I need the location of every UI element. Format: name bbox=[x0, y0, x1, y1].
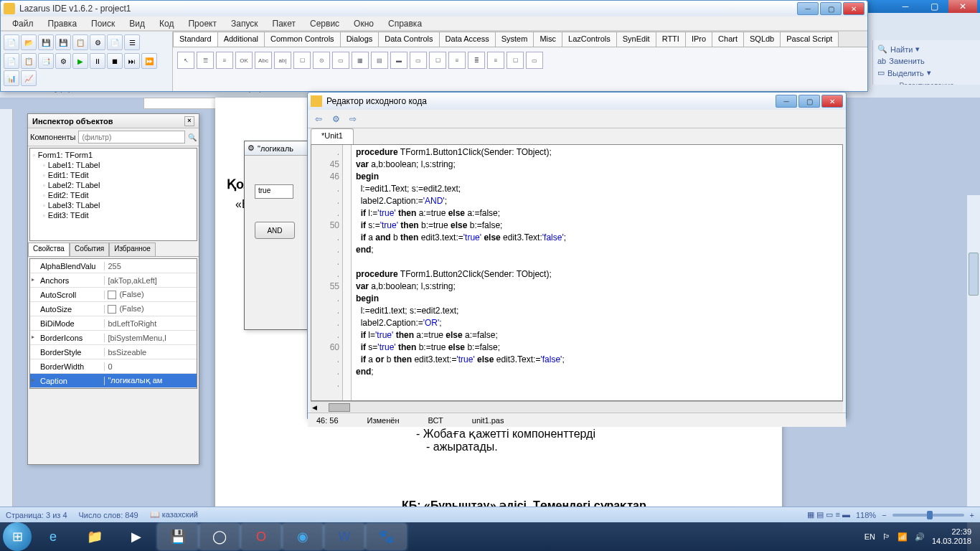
task-media[interactable]: ▶ bbox=[116, 524, 156, 550]
component-filter[interactable] bbox=[78, 131, 185, 143]
menu-Запуск[interactable]: Запуск bbox=[225, 17, 264, 30]
src-maximize[interactable]: ▢ bbox=[798, 95, 820, 108]
palette-tab-ipro[interactable]: IPro bbox=[685, 32, 712, 47]
zoom-label[interactable]: 118% bbox=[856, 511, 876, 519]
toolbtn-6[interactable]: 📄 bbox=[107, 34, 123, 50]
toolbtn-18[interactable]: 📊 bbox=[4, 70, 19, 86]
prop-Caption[interactable]: Caption"логикалық ам bbox=[30, 374, 197, 388]
tray-lang[interactable]: EN bbox=[864, 532, 875, 541]
inspector-title[interactable]: Инспектор объектов × bbox=[28, 114, 199, 128]
select-button[interactable]: ▭ Выделить ▾ bbox=[876, 67, 977, 79]
palette-comp-13[interactable]: ☐ bbox=[429, 52, 446, 69]
prop-BorderWidth[interactable]: BorderWidth0 bbox=[30, 359, 197, 374]
palette-tab-standard[interactable]: Standard bbox=[173, 32, 218, 47]
palette-comp-9[interactable]: ▦ bbox=[352, 52, 369, 69]
property-grid[interactable]: AlphaBlendValu255Anchors[akTop,akLeft]Au… bbox=[29, 258, 197, 389]
code-text[interactable]: procedure TForm1.Button1Click(Sender: TO… bbox=[352, 145, 842, 400]
palette-tab-dataaccess[interactable]: Data Access bbox=[439, 32, 496, 47]
tree-item[interactable]: Edit1: TEdit bbox=[32, 170, 195, 180]
palette-comp-5[interactable]: ab| bbox=[274, 52, 291, 69]
system-tray[interactable]: EN 🏳 📶 🔊 22:39 14.03.2018 bbox=[864, 527, 977, 546]
tray-flag-icon[interactable]: 🏳 bbox=[882, 532, 890, 541]
inspector-pin-icon[interactable]: × bbox=[184, 116, 194, 126]
tree-item[interactable]: Label1: TLabel bbox=[32, 160, 195, 170]
toolbtn-16[interactable]: ⏭ bbox=[124, 53, 140, 69]
form-title[interactable]: ⚙ "логикаль bbox=[245, 141, 308, 156]
toolbtn-1[interactable]: 📂 bbox=[21, 34, 37, 50]
palette-comp-2[interactable]: ≡ bbox=[216, 52, 233, 69]
insp-tab-2[interactable]: Избранное bbox=[109, 242, 156, 256]
prop-AutoSize[interactable]: AutoSize(False) bbox=[30, 302, 197, 316]
palette-comp-15[interactable]: ≣ bbox=[468, 52, 485, 69]
toolbtn-3[interactable]: 💾 bbox=[55, 34, 71, 50]
palette-comp-16[interactable]: ≡ bbox=[487, 52, 504, 69]
palette-tab-chart[interactable]: Chart bbox=[712, 32, 744, 47]
palette-comp-8[interactable]: ▭ bbox=[332, 52, 349, 69]
palette-tab-commoncontrols[interactable]: Common Controls bbox=[264, 32, 341, 47]
source-titlebar[interactable]: Редактор исходного кода ─ ▢ ✕ bbox=[308, 93, 846, 110]
task-word[interactable]: W bbox=[324, 524, 364, 550]
palette-comp-4[interactable]: Abc bbox=[255, 52, 272, 69]
nav-fwd-icon[interactable]: ⚙ bbox=[329, 113, 342, 126]
tray-net-icon[interactable]: 📶 bbox=[897, 532, 908, 542]
status-page[interactable]: Страница: 3 из 4 bbox=[6, 511, 67, 519]
edit-control[interactable]: true bbox=[255, 184, 293, 199]
palette-tab-lazcontrols[interactable]: LazControls bbox=[562, 32, 617, 47]
menu-Код[interactable]: Код bbox=[154, 17, 179, 30]
palette-tab-dialogs[interactable]: Dialogs bbox=[340, 32, 380, 47]
toolbtn-13[interactable]: ▶ bbox=[72, 53, 88, 69]
toolbtn-15[interactable]: ⏹ bbox=[107, 53, 123, 69]
menu-Проект[interactable]: Проект bbox=[182, 17, 222, 30]
nav-back-icon[interactable]: ⇦ bbox=[312, 113, 325, 126]
prop-BorderStyle[interactable]: BorderStylebsSizeable bbox=[30, 345, 197, 359]
word-minimize[interactable]: ─ bbox=[891, 0, 920, 13]
tree-item[interactable]: Edit2: TEdit bbox=[32, 190, 195, 200]
task-opera[interactable]: O bbox=[241, 524, 281, 550]
form-canvas[interactable]: true AND bbox=[245, 156, 308, 328]
zoom-out[interactable]: − bbox=[882, 511, 886, 519]
prop-BorderIcons[interactable]: BorderIcons[biSystemMenu,l bbox=[30, 331, 197, 345]
status-words[interactable]: Число слов: 849 bbox=[79, 511, 138, 519]
task-torrent[interactable]: ◉ bbox=[283, 524, 323, 550]
palette-comp-18[interactable]: ▭ bbox=[526, 52, 543, 69]
toolbtn-7[interactable]: ☰ bbox=[124, 34, 140, 50]
word-close[interactable]: ✕ bbox=[948, 0, 977, 13]
fold-gutter[interactable] bbox=[343, 145, 352, 400]
prop-Anchors[interactable]: Anchors[akTop,akLeft] bbox=[30, 273, 197, 288]
start-button[interactable]: ⊞ bbox=[3, 522, 32, 551]
toolbtn-5[interactable]: ⚙ bbox=[90, 34, 105, 50]
palette-tab-system[interactable]: System bbox=[495, 32, 534, 47]
menu-Сервис[interactable]: Сервис bbox=[304, 17, 345, 30]
toolbtn-10[interactable]: 📋 bbox=[21, 53, 37, 69]
word-maximize[interactable]: ▢ bbox=[920, 0, 948, 13]
code-area[interactable]: .4546...50....55....60... procedure TFor… bbox=[311, 144, 843, 401]
menu-Правка[interactable]: Правка bbox=[42, 17, 83, 30]
word-vscroll[interactable] bbox=[967, 195, 980, 551]
tree-item[interactable]: Form1: TForm1 bbox=[32, 150, 195, 160]
menu-Поиск[interactable]: Поиск bbox=[85, 17, 121, 30]
status-lang[interactable]: 📖 казахский bbox=[150, 510, 198, 519]
toolbtn-12[interactable]: ⚙ bbox=[55, 53, 71, 69]
menu-Файл[interactable]: Файл bbox=[6, 17, 39, 30]
source-tab-unit1[interactable]: *Unit1 bbox=[311, 128, 354, 144]
palette-tab-misc[interactable]: Misc bbox=[533, 32, 562, 47]
toolbtn-11[interactable]: 📑 bbox=[38, 53, 54, 69]
task-lazarus[interactable]: 🐾 bbox=[366, 524, 406, 550]
src-minimize[interactable]: ─ bbox=[776, 95, 797, 108]
tray-vol-icon[interactable]: 🔊 bbox=[915, 532, 925, 542]
filter-clear-icon[interactable]: 🔍 bbox=[188, 133, 197, 141]
toolbtn-0[interactable]: 📄 bbox=[4, 34, 19, 50]
menu-Окно[interactable]: Окно bbox=[348, 17, 380, 30]
palette-tab-synedit[interactable]: SynEdit bbox=[616, 32, 656, 47]
prop-AlphaBlendValu[interactable]: AlphaBlendValu255 bbox=[30, 259, 197, 273]
toolbtn-19[interactable]: 📈 bbox=[21, 70, 37, 86]
insp-tab-0[interactable]: Свойства bbox=[28, 242, 70, 256]
toolbtn-9[interactable]: 📄 bbox=[4, 53, 19, 69]
prop-AutoScroll[interactable]: AutoScroll(False) bbox=[30, 288, 197, 302]
src-close[interactable]: ✕ bbox=[821, 95, 843, 108]
palette-comp-12[interactable]: ▭ bbox=[410, 52, 427, 69]
task-chrome[interactable]: ◯ bbox=[199, 524, 240, 550]
palette-tab-sqldb[interactable]: SQLdb bbox=[743, 32, 781, 47]
toolbtn-14[interactable]: ⏸ bbox=[90, 53, 105, 69]
lazarus-titlebar[interactable]: Lazarus IDE v1.6.2 - project1 ─ ▢ ✕ bbox=[1, 1, 867, 17]
